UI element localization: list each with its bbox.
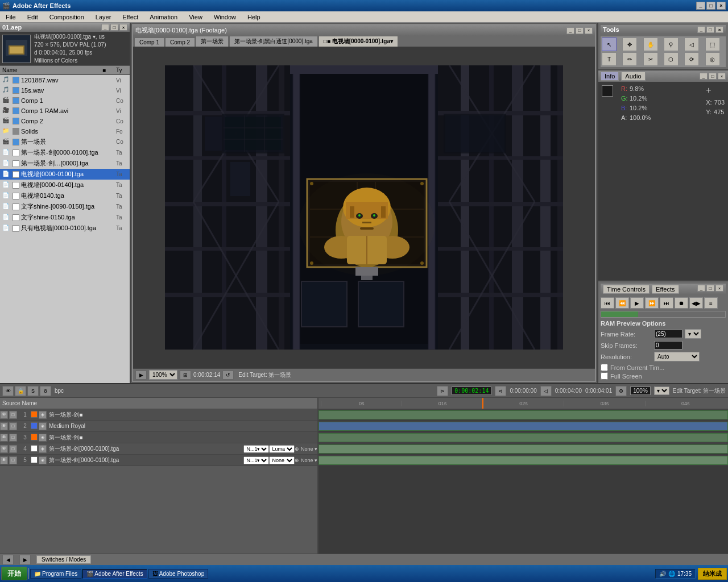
track-lock-2[interactable]: □ bbox=[9, 422, 17, 430]
tool-text[interactable]: T bbox=[602, 52, 617, 66]
viewer-tab[interactable]: Comp 1 bbox=[134, 38, 164, 47]
frame-rate-select[interactable]: ▾ bbox=[685, 329, 701, 339]
menu-view[interactable]: View bbox=[185, 13, 206, 22]
track-icon-2b[interactable]: ◈ bbox=[39, 422, 47, 430]
track-eye-2[interactable]: 👁 bbox=[0, 422, 8, 430]
frame-rate-input[interactable] bbox=[654, 330, 682, 338]
project-list-item[interactable]: 📄文字shine-[0090-0150].tgaTa bbox=[0, 201, 130, 212]
info-tab[interactable]: Info bbox=[601, 72, 619, 81]
viewer-tab[interactable]: □■ 电视墙[0000-0100].tga▾ bbox=[318, 36, 398, 47]
tc-minimize[interactable]: _ bbox=[697, 285, 705, 292]
menu-window[interactable]: Window bbox=[210, 13, 239, 22]
menu-file[interactable]: File bbox=[2, 13, 19, 22]
track-icon-3a[interactable] bbox=[31, 434, 38, 440]
track-icon-1a[interactable] bbox=[31, 411, 38, 418]
info-restore[interactable]: □ bbox=[709, 73, 717, 80]
tools-close[interactable]: × bbox=[715, 26, 723, 33]
tool-pen[interactable]: ✏ bbox=[622, 52, 637, 66]
track-mode-5a[interactable]: N...1▾ bbox=[243, 456, 269, 464]
menu-composition[interactable]: Composition bbox=[46, 13, 88, 22]
tc-restore[interactable]: □ bbox=[706, 285, 714, 292]
effects-tab[interactable]: Effects bbox=[652, 285, 679, 294]
project-list-item[interactable]: 📁SolidsFo bbox=[0, 126, 130, 136]
viewer-play[interactable]: ▶ bbox=[135, 371, 147, 380]
project-list-item[interactable]: 🎵1201887.wavVi bbox=[0, 75, 130, 85]
info-close[interactable]: × bbox=[718, 73, 726, 80]
minimize-button[interactable]: _ bbox=[696, 2, 705, 10]
tl-solo[interactable]: S bbox=[27, 386, 39, 396]
track-icon-1b[interactable]: ◈ bbox=[39, 411, 47, 419]
track-icon-2a[interactable] bbox=[31, 422, 38, 429]
viewer-fit[interactable]: ⊞ bbox=[180, 371, 191, 380]
tool-select[interactable]: ↖ bbox=[602, 38, 617, 51]
track-eye-3[interactable]: 👁 bbox=[0, 434, 8, 442]
viewer-tab[interactable]: Comp 2 bbox=[165, 38, 195, 47]
project-list-item[interactable]: 📄文字shine-0150.tgaTa bbox=[0, 212, 130, 223]
taskbar-program-files[interactable]: 📁 Program Files bbox=[30, 569, 81, 579]
zoom-dropdown[interactable]: 100% 50% 200% bbox=[149, 370, 177, 380]
viewer-tab[interactable]: 第一场景-剑黑白通道[0000].tga bbox=[229, 36, 318, 47]
tool-camera[interactable]: ◎ bbox=[705, 52, 720, 66]
menu-edit[interactable]: Edit bbox=[24, 13, 42, 22]
time-controls-tab[interactable]: Time Controls bbox=[603, 285, 650, 294]
menu-layer[interactable]: Layer bbox=[92, 13, 115, 22]
transport-ram[interactable]: ≡ bbox=[704, 297, 718, 309]
comp-current-time[interactable]: 0:00:02:14 bbox=[452, 386, 491, 395]
track-mode-5b[interactable]: None ▾ bbox=[269, 456, 295, 464]
project-list-item[interactable]: 🎵15s.wavVi bbox=[0, 85, 130, 95]
comp-set-start[interactable]: ◁ bbox=[540, 386, 552, 396]
project-list-item[interactable]: 📄第一场景-剑…[0000].tgaTa bbox=[0, 158, 130, 169]
col-name[interactable]: Name bbox=[2, 67, 100, 73]
tl-bpc[interactable]: 8 bbox=[40, 386, 51, 396]
track-lock-5[interactable]: □ bbox=[9, 456, 17, 464]
tl-lock[interactable]: 🔒 bbox=[15, 386, 26, 396]
footage-close[interactable]: × bbox=[585, 27, 593, 34]
tool-shape[interactable]: ⬡ bbox=[664, 52, 679, 66]
comp-time-btn[interactable]: ⊲ bbox=[495, 386, 506, 396]
tool-rotate[interactable]: ◁ bbox=[684, 38, 699, 51]
close-button[interactable]: × bbox=[717, 2, 726, 10]
project-list-item[interactable]: 📄电视墙[0000-0140].tgaTa bbox=[0, 180, 130, 190]
project-close[interactable]: × bbox=[119, 24, 127, 31]
transport-next[interactable]: ⏩ bbox=[645, 297, 659, 309]
from-current-checkbox[interactable] bbox=[601, 364, 608, 371]
menu-animation[interactable]: Animation bbox=[146, 13, 181, 22]
playhead[interactable] bbox=[482, 398, 483, 409]
transport-ab[interactable]: ◀▶ bbox=[689, 297, 703, 309]
zoom-select[interactable]: ▾ bbox=[654, 386, 669, 395]
transport-play[interactable]: ▶ bbox=[630, 297, 644, 309]
project-list-item[interactable]: 🎥Comp 1 RAM.aviVi bbox=[0, 106, 130, 116]
tool-puppet[interactable]: ⟳ bbox=[684, 52, 699, 66]
footage-minimize[interactable]: _ bbox=[566, 27, 574, 34]
track-lock-4[interactable]: □ bbox=[9, 445, 17, 453]
tool-zoom[interactable]: ⚲ bbox=[664, 38, 679, 51]
project-list-item[interactable]: 🎬Comp 2Co bbox=[0, 116, 130, 126]
start-button[interactable]: 开始 bbox=[1, 567, 27, 580]
menu-effect[interactable]: Effect bbox=[119, 13, 142, 22]
comp-settings[interactable]: ⚙ bbox=[615, 386, 627, 396]
track-eye-1[interactable]: 👁 bbox=[0, 411, 8, 419]
transport-record[interactable]: ⏺ bbox=[675, 297, 688, 309]
footage-restore[interactable]: □ bbox=[576, 27, 584, 34]
track-icon-4b[interactable]: ◈ bbox=[39, 445, 47, 453]
viewer-tab[interactable]: 第一场景 bbox=[196, 36, 229, 47]
project-list-item[interactable]: 🎬第一场景Co bbox=[0, 136, 130, 147]
comp-start-frame[interactable]: ⊳ bbox=[437, 386, 448, 396]
project-maximize[interactable]: □ bbox=[110, 24, 118, 31]
footer-nav-left[interactable]: ◀ bbox=[2, 555, 14, 565]
project-list-item[interactable]: 📄电视墙0140.tgaTa bbox=[0, 190, 130, 201]
tl-eye[interactable]: 👁 bbox=[2, 386, 14, 396]
skip-frames-input[interactable] bbox=[654, 341, 682, 350]
tool-rect[interactable]: ⬚ bbox=[705, 38, 720, 51]
track-lock-1[interactable]: □ bbox=[9, 411, 17, 419]
tool-clone[interactable]: ✂ bbox=[643, 52, 658, 66]
project-list-item[interactable]: 📄电视墙[0000-0100].tgaTa bbox=[0, 169, 130, 180]
project-list-item[interactable]: 📄第一场景-剑[0000-0100].tgaTa bbox=[0, 147, 130, 158]
tools-restore[interactable]: □ bbox=[706, 26, 714, 33]
taskbar-after-effects[interactable]: 🎬 Adobe After Effects bbox=[82, 569, 147, 579]
footer-nav-right[interactable]: ▶ bbox=[19, 555, 31, 565]
project-list-item[interactable]: 📄只有电视墙[0000-0100].tgaTa bbox=[0, 223, 130, 234]
transport-first[interactable]: ⏮ bbox=[601, 297, 614, 309]
track-eye-4[interactable]: 👁 bbox=[0, 445, 8, 453]
track-eye-5[interactable]: 👁 bbox=[0, 456, 8, 464]
